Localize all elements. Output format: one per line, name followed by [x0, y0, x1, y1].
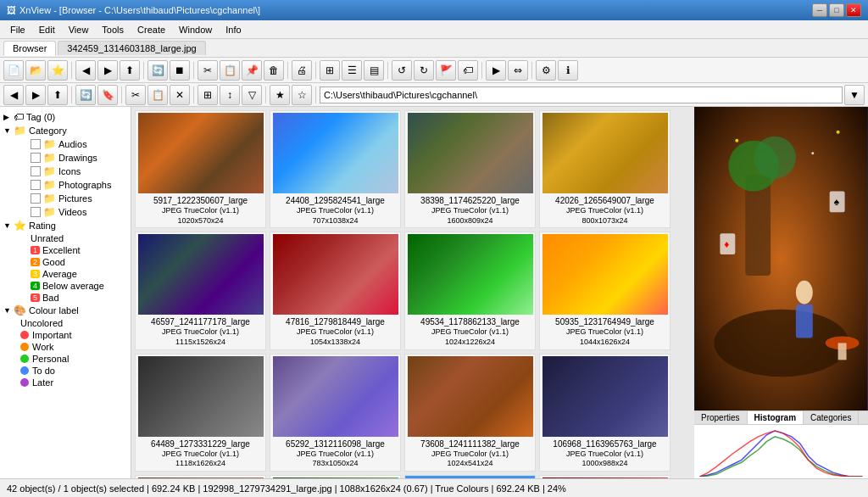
sidebar-item-personal[interactable]: Personal	[0, 353, 131, 365]
sidebar-item-pictures[interactable]: 📁 Pictures	[0, 192, 131, 205]
sidebar-category[interactable]: ▼ 📁 Category	[0, 124, 131, 137]
videos-checkbox[interactable]	[31, 207, 41, 217]
sidebar-item-uncolored[interactable]: Uncolored	[0, 317, 131, 329]
minimize-button[interactable]: ─	[812, 3, 827, 17]
nav-back-button[interactable]: ◀	[3, 85, 24, 105]
sort-button[interactable]: ↕	[220, 85, 240, 105]
flag-button[interactable]: 🚩	[436, 60, 456, 81]
sidebar-item-average[interactable]: 3 Average	[0, 268, 131, 280]
sync-button[interactable]: 🔄	[75, 85, 96, 105]
menu-info[interactable]: Info	[219, 23, 248, 36]
audios-checkbox[interactable]	[31, 139, 41, 149]
copy-button[interactable]: 📋	[220, 60, 240, 81]
settings-button[interactable]: ⚙	[536, 60, 556, 81]
file-item[interactable]: 125841_1166714058_la... JPEG TrueColor (…	[135, 475, 266, 478]
stop-button[interactable]: ⏹	[170, 60, 190, 81]
view-detail-button[interactable]: ▤	[364, 60, 384, 81]
sidebar-item-important[interactable]: Important	[0, 329, 131, 341]
file-item[interactable]: 38398_1174625220_large JPEG TrueColor (v…	[404, 110, 536, 228]
sidebar-item-good[interactable]: 2 Good	[0, 256, 131, 268]
info-button[interactable]: ℹ	[558, 60, 578, 81]
photographs-checkbox[interactable]	[31, 180, 41, 190]
file-item[interactable]: 5917_1222350607_large JPEG TrueColor (v1…	[135, 110, 266, 228]
sidebar-item-todo[interactable]: To do	[0, 365, 131, 377]
sidebar-item-videos[interactable]: 📁 Videos	[0, 205, 131, 219]
delete2-button[interactable]: ✕	[170, 85, 190, 105]
sidebar-item-bad[interactable]: 5 Bad	[0, 292, 131, 304]
sidebar-item-unrated[interactable]: Unrated	[0, 232, 131, 244]
sidebar-item-work[interactable]: Work	[0, 341, 131, 353]
menu-view[interactable]: View	[62, 23, 96, 36]
open-button[interactable]: 📂	[25, 60, 46, 81]
rotate-right-button[interactable]: ↻	[414, 60, 434, 81]
pictures-checkbox[interactable]	[31, 193, 41, 204]
forward-button[interactable]: ▶	[97, 60, 118, 81]
sidebar-colour-label[interactable]: ▼ 🎨 Colour label	[0, 304, 131, 317]
file-item[interactable]: 65292_1312116098_large JPEG TrueColor (v…	[270, 354, 401, 472]
file-item[interactable]: 42026_1265649007_large JPEG TrueColor (v…	[539, 110, 670, 228]
preview-tab-categories[interactable]: Categories	[804, 411, 859, 424]
sidebar-item-drawings[interactable]: 📁 Drawings	[0, 151, 131, 165]
menu-window[interactable]: Window	[172, 23, 219, 36]
tab-file[interactable]: 342459_1314603188_large.jpg	[58, 41, 205, 55]
compare-button[interactable]: ⇔	[508, 60, 528, 81]
sidebar-item-icons[interactable]: 📁 Icons	[0, 165, 131, 178]
cut-button[interactable]: ✂	[198, 60, 218, 81]
slideshow-button[interactable]: ▶	[486, 60, 506, 81]
sidebar-item-below-average[interactable]: 4 Below average	[0, 280, 131, 292]
paste-button[interactable]: 📌	[242, 60, 262, 81]
file-item[interactable]: 106968_1163965763_large JPEG TrueColor (…	[539, 354, 670, 472]
view-list-button[interactable]: ☰	[342, 60, 362, 81]
maximize-button[interactable]: □	[829, 3, 844, 17]
delete-button[interactable]: 🗑	[264, 60, 284, 81]
preview-tab-histogram[interactable]: Histogram	[748, 411, 804, 424]
nav-up-button[interactable]: ⬆	[47, 85, 68, 105]
menu-tools[interactable]: Tools	[95, 23, 131, 36]
drawings-label: Drawings	[58, 153, 97, 163]
address-bar[interactable]: C:\Users\thibaud\Pictures\cgchannel\	[320, 87, 843, 103]
nav-forward-button[interactable]: ▶	[25, 85, 46, 105]
file-item[interactable]: 64489_1273331229_large JPEG TrueColor (v…	[135, 354, 266, 472]
drawings-checkbox[interactable]	[31, 153, 41, 163]
cut2-button[interactable]: ✂	[125, 85, 146, 105]
file-item[interactable]: 49534_1178862133_large JPEG TrueColor (v…	[404, 232, 536, 349]
star-button[interactable]: ★	[270, 85, 290, 105]
view-thumb-button[interactable]: ⊞	[320, 60, 340, 81]
file-browser[interactable]: 5917_1222350607_large JPEG TrueColor (v1…	[131, 107, 694, 478]
up-button[interactable]: ⬆	[120, 60, 140, 81]
filter-button[interactable]: ▽	[242, 85, 262, 105]
file-item[interactable]: 24408_1295824541_large JPEG TrueColor (v…	[270, 110, 401, 228]
sidebar-item-audios[interactable]: 📁 Audios	[0, 137, 131, 151]
refresh-button[interactable]: 🔄	[147, 60, 168, 81]
sidebar-tag[interactable]: ▶ 🏷 Tag (0)	[0, 110, 131, 124]
sidebar-item-excellent[interactable]: 1 Excellent	[0, 244, 131, 256]
file-item[interactable]: 46597_1241177178_large JPEG TrueColor (v…	[135, 232, 266, 349]
file-item-selected[interactable]: 192998_1279734291_la... JPEG TrueColor (…	[404, 475, 536, 478]
file-item[interactable]: 73608_1241111382_large JPEG TrueColor (v…	[404, 354, 536, 472]
new-button[interactable]: 📄	[3, 60, 24, 81]
print-button[interactable]: 🖨	[292, 60, 312, 81]
preview-tab-properties[interactable]: Properties	[694, 411, 748, 424]
grid-button[interactable]: ⊞	[198, 85, 218, 105]
bookmark-button[interactable]: 🔖	[97, 85, 118, 105]
label-button[interactable]: 🏷	[458, 60, 478, 81]
sidebar-rating[interactable]: ▼ ⭐ Rating	[0, 219, 131, 232]
sidebar-item-later[interactable]: Later	[0, 377, 131, 388]
file-item[interactable]: 160022_1205695844_la... JPEG TrueColor (…	[270, 475, 401, 478]
favorites-button[interactable]: ⭐	[47, 60, 68, 81]
copy2-button[interactable]: 📋	[147, 85, 168, 105]
sidebar-item-photographs[interactable]: 📁 Photographs	[0, 178, 131, 192]
rotate-left-button[interactable]: ↺	[392, 60, 412, 81]
file-item[interactable]: 50935_1231764949_large JPEG TrueColor (v…	[539, 232, 670, 349]
menu-create[interactable]: Create	[131, 23, 172, 36]
file-item[interactable]: 193080_1180812449_la... JPEG TrueColor (…	[539, 475, 670, 478]
close-button[interactable]: ✕	[846, 3, 861, 17]
back-button[interactable]: ◀	[75, 60, 96, 81]
icons-checkbox[interactable]	[31, 166, 41, 176]
menu-edit[interactable]: Edit	[32, 23, 62, 36]
file-item[interactable]: 47816_1279818449_large JPEG TrueColor (v…	[270, 232, 401, 349]
rate-button[interactable]: ☆	[292, 85, 312, 105]
path-dropdown[interactable]: ▼	[844, 85, 865, 105]
tab-browser[interactable]: Browser	[3, 41, 56, 56]
menu-file[interactable]: File	[3, 23, 32, 36]
